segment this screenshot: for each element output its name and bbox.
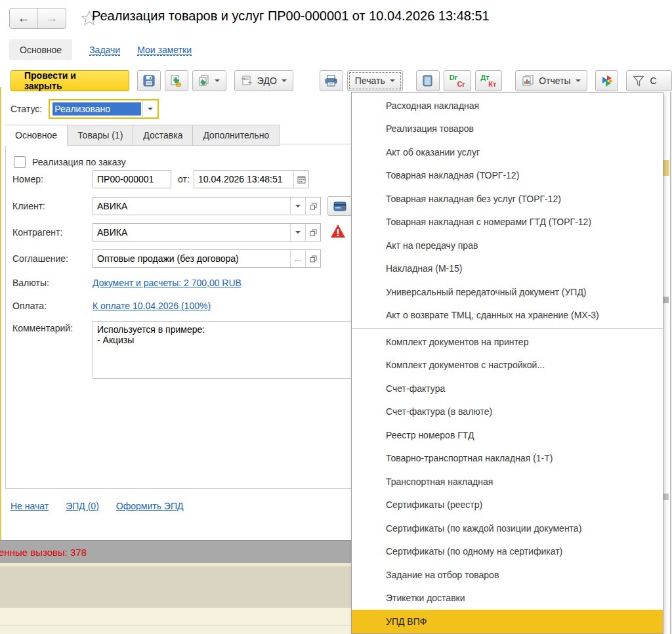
- post-and-close-button[interactable]: Провести и закрыть: [10, 70, 129, 91]
- counterparty-open-icon[interactable]: [305, 224, 320, 241]
- app-window: ← → Реализация товаров и услуг ПР00-0000…: [0, 0, 672, 634]
- create-based-on-button[interactable]: [192, 70, 226, 91]
- epd-link[interactable]: ЭПД (0): [66, 501, 99, 511]
- order-checkbox-label: Реализация по заказу: [32, 157, 126, 167]
- print-menu-item[interactable]: Сертификаты (по одному на сертификат): [352, 540, 663, 564]
- back-button[interactable]: ←: [10, 9, 37, 28]
- print-menu-item[interactable]: Счет-фактура (в валюте): [352, 400, 663, 424]
- number-label: Номер:: [12, 174, 43, 184]
- form-tab[interactable]: Основное: [5, 125, 68, 146]
- print-menu-item[interactable]: Транспортная накладная: [352, 470, 663, 494]
- print-menu-item[interactable]: Товарная накладная с номерами ГТД (ТОРГ-…: [352, 211, 663, 234]
- agreement-open-icon[interactable]: [305, 250, 320, 267]
- chevron-down-icon: [390, 79, 395, 85]
- print-menu-item[interactable]: Расходная накладная: [352, 94, 663, 117]
- post-document-icon: [170, 75, 182, 87]
- menu-separator: [352, 328, 663, 329]
- counterparty-input[interactable]: [93, 224, 290, 241]
- colored-triangles-icon: [600, 74, 614, 87]
- print-menu-group-2: Комплект документов на принтерКомплект д…: [352, 330, 663, 633]
- print-menu-item[interactable]: Универсальный передаточный документ (УПД…: [352, 280, 663, 304]
- drcr-icon: Dr Cr: [449, 74, 466, 87]
- forward-button[interactable]: →: [37, 9, 66, 28]
- print-menu-item[interactable]: Акт на передачу прав: [352, 234, 663, 257]
- background-form-sliver: [663, 92, 672, 634]
- chevron-down-icon: [282, 79, 287, 85]
- status-label: Статус:: [10, 104, 42, 114]
- save-button[interactable]: [137, 70, 161, 91]
- nav-tab[interactable]: Основное: [9, 39, 72, 60]
- agreement-label: Соглашение:: [12, 253, 68, 264]
- post-document-button[interactable]: [165, 70, 188, 91]
- chevron-down-icon: [576, 79, 581, 85]
- edo-button[interactable]: ЭДО: [234, 70, 293, 91]
- order-checkbox[interactable]: [14, 156, 26, 168]
- counterparty-label: Контрагент:: [12, 227, 62, 238]
- edo-icon: [241, 75, 253, 86]
- nav-tab[interactable]: Задачи: [89, 39, 120, 60]
- print-menu-item[interactable]: Реестр номеров ГТД: [352, 423, 663, 447]
- form-tab[interactable]: Дополнительно: [193, 125, 280, 146]
- agreement-more-button[interactable]: ...: [290, 250, 305, 267]
- print-menu-item[interactable]: Накладная (М-15): [352, 257, 663, 281]
- print-menu-item[interactable]: Товарно-транспортная накладная (1-Т): [352, 447, 663, 471]
- client-label: Клиент:: [12, 201, 45, 211]
- payment-card-button[interactable]: [327, 196, 352, 216]
- dtkt-button[interactable]: Дт Кт: [475, 70, 503, 91]
- register-records-button[interactable]: [416, 70, 440, 91]
- filter-button[interactable]: С: [626, 70, 672, 91]
- nav-tab[interactable]: Мои заметки: [137, 39, 192, 60]
- client-dropdown-button[interactable]: [290, 198, 305, 215]
- report-chart-icon: [522, 75, 534, 87]
- client-input[interactable]: [93, 198, 290, 215]
- create-based-on-icon: [198, 75, 210, 87]
- currencies-label: Валюты:: [12, 278, 49, 288]
- date-prefix-label: от:: [178, 174, 190, 184]
- form-tabs: ОсновноеТовары (1)ДоставкаДополнительно: [5, 125, 280, 146]
- status-combobox[interactable]: Реализовано: [49, 99, 159, 119]
- date-input[interactable]: [194, 171, 293, 188]
- number-input[interactable]: [93, 170, 171, 188]
- agreement-input[interactable]: [93, 250, 290, 267]
- counterparty-dropdown-button[interactable]: [290, 224, 305, 241]
- page-title: Реализация товаров и услуг ПР00-000001 о…: [92, 9, 490, 24]
- print-menu-item[interactable]: Комплект документов с настройкой...: [352, 354, 663, 377]
- bi-monitor-button[interactable]: [595, 70, 619, 91]
- bank-card-icon: [333, 201, 346, 211]
- header: ← →: [9, 8, 98, 29]
- toolbar: Провести и закрыть ЭДО Печать: [10, 70, 672, 92]
- print-menu-item[interactable]: Задание на отбор товаров: [352, 563, 663, 587]
- payment-link[interactable]: К оплате 10.04.2026 (100%): [93, 301, 211, 311]
- history-nav: ← →: [9, 8, 66, 29]
- print-menu-item[interactable]: Товарная накладная (ТОРГ-12): [352, 164, 663, 188]
- dtkt-icon: Дт Кт: [480, 74, 497, 87]
- drcr-button[interactable]: Dr Cr: [444, 70, 471, 91]
- quick-print-button[interactable]: [320, 70, 343, 91]
- funnel-icon: [633, 75, 644, 87]
- status-dropdown-button[interactable]: [142, 100, 158, 117]
- form-tab[interactable]: Доставка: [133, 125, 193, 146]
- epd-link[interactable]: Оформить ЭПД: [116, 501, 184, 511]
- print-menu-item[interactable]: Сертификаты (по каждой позиции документа…: [352, 517, 663, 540]
- print-menu-item[interactable]: Товарная накладная без услуг (ТОРГ-12): [352, 187, 663, 211]
- print-menu-item[interactable]: Сертификаты (реестр): [352, 494, 663, 517]
- floppy-icon: [143, 75, 155, 87]
- print-menu-item[interactable]: Реализация товаров: [352, 117, 663, 141]
- chevron-down-icon: [215, 79, 220, 85]
- print-menu-item[interactable]: Счет-фактура: [352, 377, 663, 400]
- print-menu-button[interactable]: Печать: [347, 70, 404, 91]
- print-menu-item[interactable]: УПД ВПФ: [352, 610, 663, 633]
- calendar-icon[interactable]: [293, 171, 308, 188]
- printer-icon: [325, 75, 337, 87]
- status-value: Реализовано: [52, 102, 141, 116]
- client-open-icon[interactable]: [305, 198, 320, 215]
- print-menu-item[interactable]: Этикетки доставки: [352, 587, 663, 610]
- status-bar-message: енные вызовы: 378: [0, 547, 87, 558]
- epd-link[interactable]: Не начат: [10, 501, 49, 511]
- print-menu-item[interactable]: Акт об оказании услуг: [352, 140, 663, 164]
- print-menu-item[interactable]: Акт о возврате ТМЦ, сданных на хранение …: [352, 304, 663, 328]
- currencies-link[interactable]: Документ и расчеты: 2 700,00 RUB: [93, 278, 242, 288]
- reports-button[interactable]: Отчеты: [515, 70, 587, 91]
- form-tab[interactable]: Товары (1): [68, 125, 133, 146]
- print-menu-item[interactable]: Комплект документов на принтер: [352, 330, 663, 354]
